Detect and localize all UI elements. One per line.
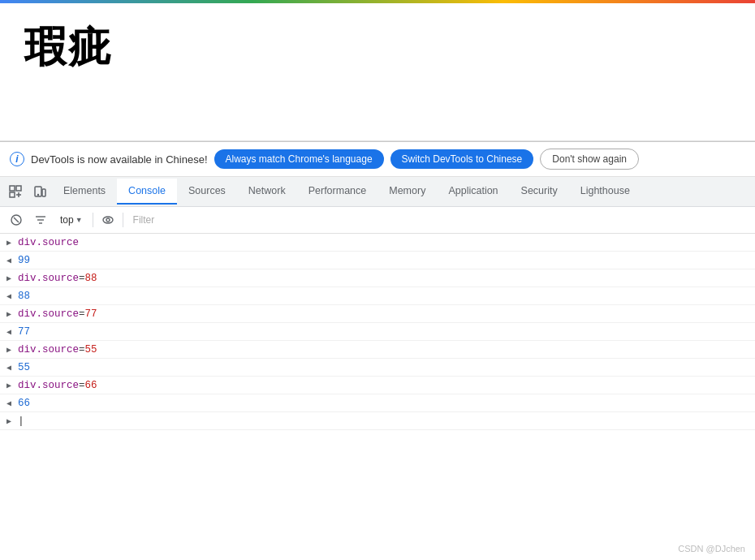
console-row[interactable]: ▶ div.source=55 xyxy=(0,341,755,359)
svg-rect-4 xyxy=(42,189,45,196)
chevron-down-icon: ▼ xyxy=(76,216,83,224)
tab-bar: Elements Console Sources Network Perform… xyxy=(0,177,755,207)
device-toolbar-icon-button[interactable] xyxy=(28,177,52,206)
watermark: CSDN @DJchen xyxy=(678,544,745,554)
console-toolbar: top ▼ xyxy=(0,207,755,234)
context-label: top xyxy=(60,214,74,226)
info-bar: i DevTools is now available in Chinese! … xyxy=(0,142,755,177)
page-title: 瑕疵 xyxy=(24,19,112,76)
toolbar-divider-2 xyxy=(123,213,123,227)
devtools-panel: i DevTools is now available in Chinese! … xyxy=(0,141,755,560)
svg-rect-2 xyxy=(10,192,15,197)
output-arrow: ◀ xyxy=(6,256,18,265)
console-row[interactable]: ▶ div.source=77 xyxy=(0,305,755,323)
tab-memory[interactable]: Memory xyxy=(378,179,437,205)
toolbar-divider xyxy=(93,213,93,227)
switch-devtools-button[interactable]: Switch DevTools to Chinese xyxy=(390,149,534,169)
console-row: ◀ 88 xyxy=(0,287,755,305)
console-output: ▶ div.source ◀ 99 ▶ div.source=88 ◀ 88 ▶… xyxy=(0,234,755,560)
expand-arrow[interactable]: ▶ xyxy=(6,274,18,283)
expand-arrow[interactable]: ▶ xyxy=(6,345,18,355)
svg-point-5 xyxy=(38,195,39,196)
eye-icon[interactable] xyxy=(98,210,118,230)
console-row: ◀ 55 xyxy=(0,359,755,377)
cursor-row[interactable]: ▶ | xyxy=(0,412,755,430)
info-icon: i xyxy=(10,152,24,166)
clear-console-icon[interactable] xyxy=(6,210,26,230)
console-row[interactable]: ▶ div.source=66 xyxy=(0,377,755,394)
console-tag: div xyxy=(18,237,37,248)
svg-point-12 xyxy=(106,218,110,222)
filter-icon[interactable] xyxy=(31,210,50,230)
svg-point-11 xyxy=(103,217,113,223)
console-number: 99 xyxy=(18,255,30,266)
svg-rect-1 xyxy=(16,186,21,191)
console-dot: . xyxy=(37,237,43,248)
tab-sources[interactable]: Sources xyxy=(177,179,237,205)
inspect-icon-button[interactable] xyxy=(3,177,28,206)
tab-lighthouse[interactable]: Lighthouse xyxy=(569,179,641,205)
cursor-caret: | xyxy=(18,415,24,427)
console-row[interactable]: ▶ div.source xyxy=(0,234,755,252)
page-content: 瑕疵 xyxy=(0,3,755,141)
console-row[interactable]: ▶ div.source=88 xyxy=(0,269,755,287)
console-classname: source xyxy=(42,237,79,248)
info-message: DevTools is now available in Chinese! xyxy=(31,153,208,166)
always-match-button[interactable]: Always match Chrome's language xyxy=(214,149,384,169)
console-row: ◀ 66 xyxy=(0,394,755,412)
tab-security[interactable]: Security xyxy=(510,179,569,205)
tab-performance[interactable]: Performance xyxy=(297,179,378,205)
svg-line-7 xyxy=(14,218,19,222)
tab-network[interactable]: Network xyxy=(237,179,297,205)
console-row: ◀ 77 xyxy=(0,323,755,341)
expand-arrow[interactable]: ▶ xyxy=(6,309,18,319)
svg-rect-0 xyxy=(10,186,15,191)
expand-arrow[interactable]: ▶ xyxy=(6,238,18,248)
tab-application[interactable]: Application xyxy=(437,179,509,205)
tab-console[interactable]: Console xyxy=(117,179,177,205)
console-row: ◀ 99 xyxy=(0,252,755,269)
tab-elements[interactable]: Elements xyxy=(52,179,117,205)
filter-input[interactable] xyxy=(128,213,749,227)
dont-show-again-button[interactable]: Don't show again xyxy=(540,149,639,170)
expand-arrow[interactable]: ▶ xyxy=(6,381,18,390)
context-selector[interactable]: top ▼ xyxy=(55,213,88,227)
